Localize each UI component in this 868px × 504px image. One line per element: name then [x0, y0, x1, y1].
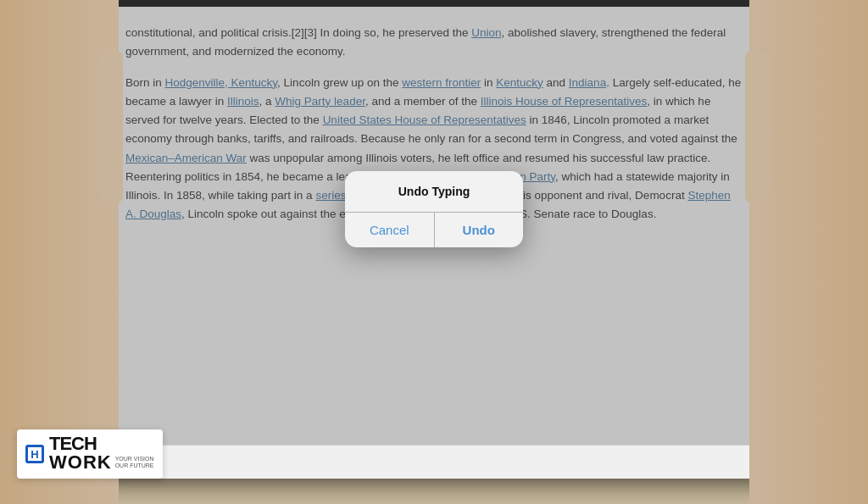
- logo-tech-text: TECH: [49, 435, 97, 453]
- undo-button[interactable]: Undo: [435, 213, 524, 247]
- tagline-line1: YOUR VISION: [115, 456, 154, 462]
- dialog-backdrop: Undo Typing Cancel Undo: [100, 7, 768, 411]
- dialog-title: Undo Typing: [345, 171, 523, 205]
- tablet: constitutional, and political crisis.[2]…: [93, 0, 775, 479]
- undo-typing-dialog: Undo Typing Cancel Undo: [345, 171, 523, 247]
- logo-tagline: YOUR VISION OUR FUTURE: [115, 456, 154, 470]
- logo-bracket-icon: H: [25, 445, 44, 463]
- cancel-button[interactable]: Cancel: [345, 213, 435, 247]
- logo-row2: WORK YOUR VISION OUR FUTURE: [49, 451, 154, 474]
- tablet-bottom-bar: 📝 1 Note: [100, 445, 768, 479]
- logo-text-block: TECH WORK YOUR VISION OUR FUTURE: [49, 435, 154, 474]
- tagline-line2: OUR FUTURE: [115, 462, 154, 469]
- hand-right: [749, 0, 868, 504]
- hand-left: [0, 0, 119, 504]
- dialog-buttons: Cancel Undo: [345, 212, 523, 247]
- logo-row1: TECH: [49, 435, 154, 453]
- watermark-logo: H TECH WORK YOUR VISION OUR FUTURE: [17, 429, 163, 479]
- tablet-screen: constitutional, and political crisis.[2]…: [100, 7, 768, 445]
- logo-work-text: WORK: [49, 451, 112, 474]
